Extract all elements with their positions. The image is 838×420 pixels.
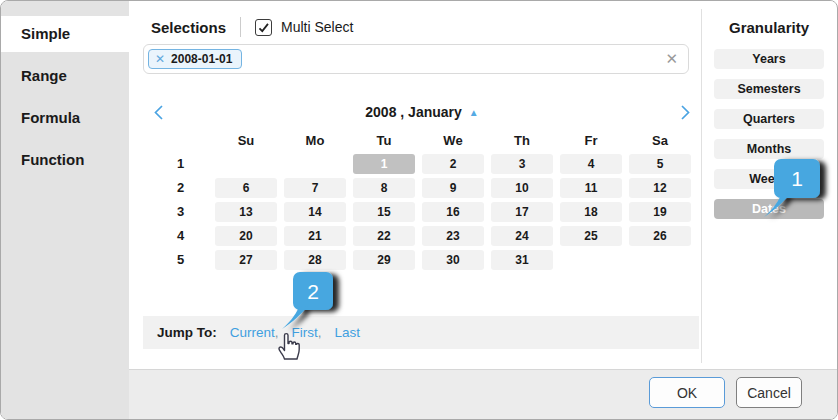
day-cell[interactable]: 19	[629, 202, 691, 222]
day-cell[interactable]: 31	[491, 250, 553, 270]
day-cell[interactable]: 15	[353, 202, 415, 222]
day-cell[interactable]: 8	[353, 178, 415, 198]
collapse-up-icon: ▲	[469, 107, 479, 118]
header-divider	[240, 17, 241, 37]
weekday-header: Th	[491, 132, 553, 150]
check-icon	[257, 21, 270, 34]
comma-separator: ,	[318, 325, 322, 340]
day-cell[interactable]: 10	[491, 178, 553, 198]
selections-label: Selections	[151, 19, 226, 36]
ok-button[interactable]: OK	[649, 377, 725, 408]
granularity-panel: Granularity YearsSemestersQuartersMonths…	[702, 1, 836, 369]
granularity-semesters[interactable]: Semesters	[714, 79, 824, 99]
multi-select-checkbox[interactable]	[255, 19, 272, 36]
prev-month-icon[interactable]	[153, 104, 164, 121]
week-number: 1	[153, 154, 208, 174]
weekday-header: Sa	[629, 132, 691, 150]
jump-link-first[interactable]: First	[292, 325, 318, 340]
day-cell[interactable]: 9	[422, 178, 484, 198]
week-number: 3	[153, 202, 208, 222]
granularity-dates[interactable]: Dates	[714, 199, 824, 219]
multi-select-label: Multi Select	[281, 19, 353, 35]
weekday-header: Mo	[284, 132, 346, 150]
date-picker-dialog: SimpleRangeFormulaFunction Selections Mu…	[0, 0, 838, 420]
day-cell[interactable]: 25	[560, 226, 622, 246]
weekday-header: We	[422, 132, 484, 150]
chip-remove-icon[interactable]: ✕	[155, 52, 165, 66]
day-cell[interactable]: 18	[560, 202, 622, 222]
tab-formula[interactable]: Formula	[1, 100, 129, 136]
day-cell[interactable]: 24	[491, 226, 553, 246]
weekday-header: Su	[215, 132, 277, 150]
input-clear-icon[interactable]: ✕	[665, 50, 678, 68]
granularity-weeks[interactable]: Weeks	[714, 169, 824, 189]
day-cell[interactable]: 7	[284, 178, 346, 198]
day-cell[interactable]: 11	[560, 178, 622, 198]
day-cell[interactable]: 12	[629, 178, 691, 198]
day-cell[interactable]: 13	[215, 202, 277, 222]
granularity-quarters[interactable]: Quarters	[714, 109, 824, 129]
day-cell[interactable]: 21	[284, 226, 346, 246]
jump-link-current[interactable]: Current	[230, 325, 275, 340]
calendar-grid: SuMoTuWeThFrSa11234526789101112313141516…	[153, 132, 691, 270]
selections-header: Selections Multi Select	[151, 15, 353, 39]
weekday-header: Tu	[353, 132, 415, 150]
tab-range[interactable]: Range	[1, 58, 129, 94]
day-cell[interactable]: 17	[491, 202, 553, 222]
day-cell[interactable]: 26	[629, 226, 691, 246]
tab-simple[interactable]: Simple	[1, 16, 129, 52]
day-cell-empty	[284, 154, 346, 174]
next-month-icon[interactable]	[680, 104, 691, 121]
selection-chip[interactable]: ✕ 2008-01-01	[148, 49, 242, 69]
grid-corner	[153, 132, 208, 150]
jump-to-label: Jump To:	[157, 325, 217, 340]
day-cell[interactable]: 6	[215, 178, 277, 198]
day-cell[interactable]: 27	[215, 250, 277, 270]
day-cell[interactable]: 22	[353, 226, 415, 246]
granularity-months[interactable]: Months	[714, 139, 824, 159]
jump-to-bar: Jump To: Current,First,Last	[143, 316, 699, 349]
day-cell-empty	[215, 154, 277, 174]
sidebar: SimpleRangeFormulaFunction	[1, 1, 129, 419]
day-cell[interactable]: 3	[491, 154, 553, 174]
day-cell-empty	[629, 250, 691, 270]
week-number: 2	[153, 178, 208, 198]
day-cell[interactable]: 2	[422, 154, 484, 174]
week-number: 5	[153, 250, 208, 270]
day-cell[interactable]: 4	[560, 154, 622, 174]
comma-separator: ,	[275, 325, 279, 340]
main-panel: Selections Multi Select ✕ 2008-01-01 ✕ 2…	[129, 1, 701, 369]
day-cell[interactable]: 20	[215, 226, 277, 246]
day-cell[interactable]: 23	[422, 226, 484, 246]
weekday-header: Fr	[560, 132, 622, 150]
week-number: 4	[153, 226, 208, 246]
calendar-title-text: 2008 , January	[365, 104, 462, 120]
day-cell[interactable]: 30	[422, 250, 484, 270]
granularity-years[interactable]: Years	[714, 49, 824, 69]
calendar-nav: 2008 , January ▲	[153, 101, 691, 123]
tab-function[interactable]: Function	[1, 142, 129, 178]
calendar-title[interactable]: 2008 , January ▲	[365, 104, 478, 120]
cancel-button[interactable]: Cancel	[736, 377, 802, 408]
selections-input[interactable]: ✕ 2008-01-01 ✕	[143, 44, 689, 74]
jump-link-last[interactable]: Last	[335, 325, 361, 340]
day-cell-empty	[560, 250, 622, 270]
day-cell[interactable]: 14	[284, 202, 346, 222]
day-cell[interactable]: 5	[629, 154, 691, 174]
day-cell[interactable]: 16	[422, 202, 484, 222]
jump-links: Current,First,Last	[217, 325, 360, 340]
day-cell[interactable]: 28	[284, 250, 346, 270]
granularity-title: Granularity	[729, 19, 809, 36]
chip-value: 2008-01-01	[171, 52, 232, 66]
day-cell[interactable]: 1	[353, 154, 415, 174]
day-cell[interactable]: 29	[353, 250, 415, 270]
